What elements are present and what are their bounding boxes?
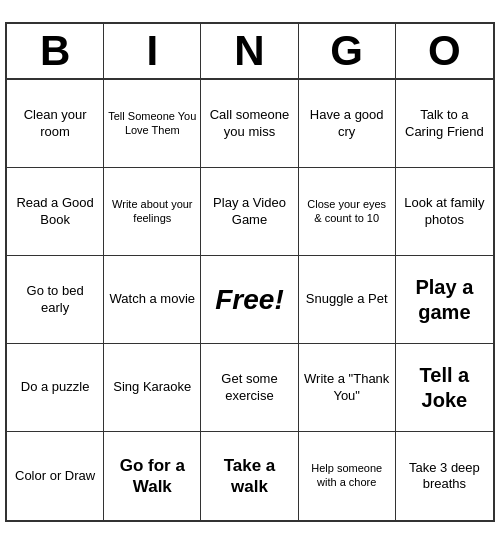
header-letter-g: G xyxy=(299,24,396,78)
bingo-cell-10: Go to bed early xyxy=(7,256,104,344)
bingo-cell-16: Sing Karaoke xyxy=(104,344,201,432)
bingo-cell-24: Take 3 deep breaths xyxy=(396,432,493,520)
bingo-cell-9: Look at family photos xyxy=(396,168,493,256)
bingo-cell-17: Get some exercise xyxy=(201,344,298,432)
header-letter-o: O xyxy=(396,24,493,78)
bingo-grid: Clean your roomTell Someone You Love The… xyxy=(7,80,493,520)
bingo-cell-18: Write a "Thank You" xyxy=(299,344,396,432)
bingo-cell-20: Color or Draw xyxy=(7,432,104,520)
bingo-cell-5: Read a Good Book xyxy=(7,168,104,256)
bingo-cell-0: Clean your room xyxy=(7,80,104,168)
bingo-cell-4: Talk to a Caring Friend xyxy=(396,80,493,168)
bingo-cell-6: Write about your feelings xyxy=(104,168,201,256)
bingo-cell-2: Call someone you miss xyxy=(201,80,298,168)
bingo-cell-23: Help someone with a chore xyxy=(299,432,396,520)
bingo-cell-1: Tell Someone You Love Them xyxy=(104,80,201,168)
bingo-cell-22: Take a walk xyxy=(201,432,298,520)
bingo-card: BINGO Clean your roomTell Someone You Lo… xyxy=(5,22,495,522)
bingo-cell-8: Close your eyes & count to 10 xyxy=(299,168,396,256)
bingo-cell-7: Play a Video Game xyxy=(201,168,298,256)
bingo-cell-21: Go for a Walk xyxy=(104,432,201,520)
bingo-cell-13: Snuggle a Pet xyxy=(299,256,396,344)
bingo-cell-11: Watch a movie xyxy=(104,256,201,344)
header-letter-b: B xyxy=(7,24,104,78)
bingo-cell-19: Tell a Joke xyxy=(396,344,493,432)
bingo-cell-14: Play a game xyxy=(396,256,493,344)
header-letter-i: I xyxy=(104,24,201,78)
bingo-header: BINGO xyxy=(7,24,493,80)
bingo-cell-12: Free! xyxy=(201,256,298,344)
bingo-cell-15: Do a puzzle xyxy=(7,344,104,432)
header-letter-n: N xyxy=(201,24,298,78)
bingo-cell-3: Have a good cry xyxy=(299,80,396,168)
